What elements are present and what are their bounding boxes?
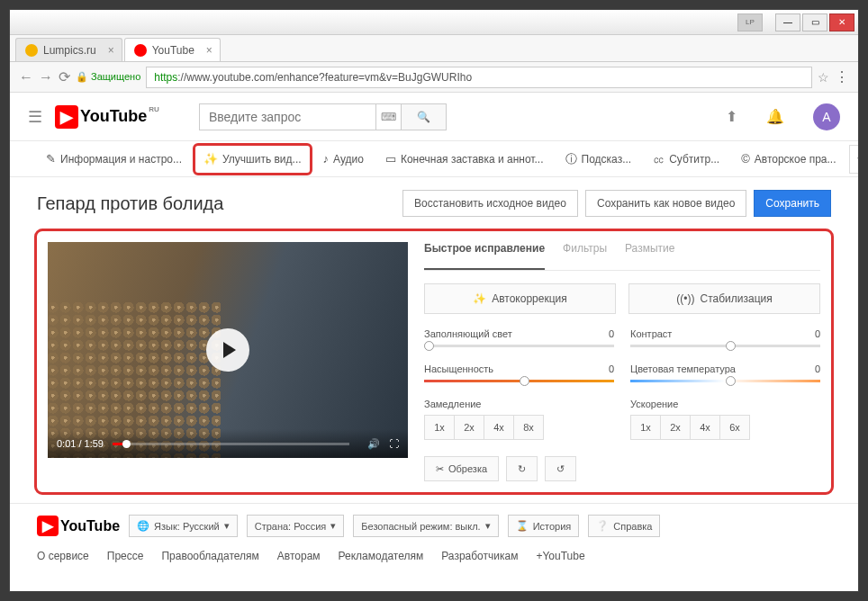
footer: ▶YouTube 🌐 Язык: Русский ▾ Страна: Росси… bbox=[10, 503, 858, 544]
progress-bar[interactable] bbox=[113, 443, 349, 445]
tab-info[interactable]: ✎Информация и настро... bbox=[37, 145, 191, 174]
logo-text: YouTube bbox=[60, 518, 120, 534]
wand-icon: ✨ bbox=[473, 292, 486, 305]
search-input[interactable] bbox=[199, 103, 376, 130]
speed-8x[interactable]: 8x bbox=[513, 415, 544, 440]
youtube-logo-footer[interactable]: ▶YouTube bbox=[37, 516, 120, 536]
speed-1x[interactable]: 1x bbox=[424, 415, 455, 440]
footer-link[interactable]: Прессе bbox=[107, 550, 144, 562]
volume-icon[interactable]: 🔊 bbox=[367, 438, 380, 450]
tab-endscreen[interactable]: ▭Конечная заставка и аннот... bbox=[376, 145, 553, 174]
tab-label: Аудио bbox=[333, 153, 364, 166]
slider-thumb[interactable] bbox=[726, 341, 736, 351]
footer-link[interactable]: +YouTube bbox=[536, 550, 584, 562]
address-bar: ← → ⟳ 🔒 Защищено https://www.youtube.com… bbox=[10, 62, 858, 93]
tab-subtitles[interactable]: ㏄Субтитр... bbox=[644, 145, 728, 174]
nav-forward-icon[interactable]: → bbox=[39, 69, 53, 85]
upload-icon[interactable]: ⬆ bbox=[726, 108, 737, 125]
slider-thumb[interactable] bbox=[424, 341, 434, 351]
slider-track[interactable] bbox=[424, 380, 614, 382]
logo-text: YouTube bbox=[80, 107, 147, 126]
window-titlebar: LP — ▭ ✕ bbox=[10, 10, 858, 35]
footer-link[interactable]: О сервисе bbox=[37, 550, 89, 562]
tab-quickfix[interactable]: Быстрое исправление bbox=[424, 242, 545, 270]
browser-tab-youtube[interactable]: YouTube× bbox=[124, 38, 221, 61]
autocorrect-button[interactable]: ✨Автокоррекция bbox=[424, 283, 616, 314]
slider-thumb[interactable] bbox=[520, 376, 529, 386]
youtube-logo[interactable]: ▶YouTubeRU bbox=[55, 105, 159, 129]
slider-track[interactable] bbox=[424, 345, 614, 347]
tab-enhance[interactable]: ✨Улучшить вид... bbox=[194, 145, 311, 174]
footer-link[interactable]: Авторам bbox=[277, 550, 321, 562]
rotate-cw-button[interactable]: ↻ bbox=[506, 456, 538, 481]
pencil-icon: ✎ bbox=[46, 152, 56, 166]
play-button[interactable] bbox=[206, 328, 249, 372]
speed-6x[interactable]: 6x bbox=[719, 415, 750, 440]
stabilize-button[interactable]: ((•))Стабилизация bbox=[628, 283, 820, 314]
url-rest: ://www.youtube.com/enhance?feature=vm&v=… bbox=[177, 71, 472, 84]
logo-region: RU bbox=[149, 105, 159, 113]
speed-1x[interactable]: 1x bbox=[630, 415, 661, 440]
button-label: Обрезка bbox=[448, 463, 487, 474]
menu-icon[interactable]: ⋮ bbox=[835, 68, 849, 85]
restore-button[interactable]: Восстановить исходное видео bbox=[402, 190, 578, 217]
slider-thumb[interactable] bbox=[726, 376, 736, 386]
history-button[interactable]: ⌛ История bbox=[508, 515, 580, 537]
speed-4x[interactable]: 4x bbox=[690, 415, 720, 440]
screen-icon: ▭ bbox=[385, 152, 396, 166]
speed-4x[interactable]: 4x bbox=[484, 415, 514, 440]
undo-button[interactable]: ↶ bbox=[849, 145, 858, 174]
country-button[interactable]: Страна: Россия ▾ bbox=[247, 515, 345, 537]
lock-icon: 🔒 Защищено bbox=[76, 71, 140, 83]
keyboard-icon[interactable]: ⌨ bbox=[376, 103, 402, 130]
scissors-icon: ✂ bbox=[436, 463, 444, 475]
slider-track[interactable] bbox=[630, 345, 820, 347]
bell-icon[interactable]: 🔔 bbox=[766, 108, 784, 125]
footer-link[interactable]: Разработчикам bbox=[441, 550, 518, 562]
window-minimize[interactable]: — bbox=[775, 13, 800, 31]
secure-label: Защищено bbox=[91, 71, 140, 82]
lang-button[interactable]: 🌐 Язык: Русский ▾ bbox=[129, 515, 238, 537]
favicon-icon bbox=[134, 44, 147, 57]
tab-label: Подсказ... bbox=[582, 153, 632, 166]
tab-label: Конечная заставка и аннот... bbox=[401, 153, 544, 166]
nav-back-icon[interactable]: ← bbox=[19, 69, 33, 85]
nav-reload-icon[interactable]: ⟳ bbox=[59, 68, 70, 85]
close-tab-icon[interactable]: × bbox=[206, 44, 212, 57]
tab-copyright[interactable]: ©Авторское пра... bbox=[732, 145, 845, 174]
save-as-button[interactable]: Сохранить как новое видео bbox=[585, 190, 746, 217]
video-player[interactable]: 0:01 / 1:59 🔊 ⛶ bbox=[48, 242, 408, 458]
tab-filters[interactable]: Фильтры bbox=[563, 242, 607, 270]
search-button[interactable]: 🔍 bbox=[402, 103, 447, 130]
lp-badge: LP bbox=[737, 13, 763, 31]
help-button[interactable]: ❔ Справка bbox=[588, 515, 660, 537]
safemode-button[interactable]: Безопасный режим: выкл. ▾ bbox=[353, 515, 498, 537]
footer-link[interactable]: Рекламодателям bbox=[339, 550, 424, 562]
save-button[interactable]: Сохранить bbox=[754, 190, 831, 217]
window-maximize[interactable]: ▭ bbox=[802, 13, 827, 31]
hamburger-icon[interactable]: ☰ bbox=[28, 107, 42, 127]
browser-tab-lumpics[interactable]: Lumpics.ru× bbox=[15, 38, 122, 61]
footer-links: О сервисе Прессе Правообладателям Автора… bbox=[10, 544, 858, 568]
tab-audio[interactable]: ♪Аудио bbox=[314, 145, 373, 174]
speed-2x[interactable]: 2x bbox=[454, 415, 484, 440]
footer-link[interactable]: Правообладателям bbox=[161, 550, 258, 562]
editor-panel: 0:01 / 1:59 🔊 ⛶ Быстрое исправление Филь… bbox=[37, 231, 831, 492]
search-bar: ⌨ 🔍 bbox=[199, 103, 447, 130]
speed-2x[interactable]: 2x bbox=[660, 415, 691, 440]
slider-track[interactable] bbox=[630, 380, 820, 382]
bookmark-icon[interactable]: ☆ bbox=[818, 70, 829, 85]
rotate-ccw-button[interactable]: ↺ bbox=[545, 456, 576, 481]
slowdown-group: Замедление1x2x4x8x bbox=[424, 399, 614, 440]
avatar[interactable]: A bbox=[813, 103, 840, 130]
copyright-icon: © bbox=[741, 152, 750, 166]
tab-blur[interactable]: Размытие bbox=[625, 242, 674, 270]
close-tab-icon[interactable]: × bbox=[108, 44, 114, 57]
url-field[interactable]: https://www.youtube.com/enhance?feature=… bbox=[146, 67, 812, 88]
note-icon: ♪ bbox=[323, 152, 330, 166]
trim-button[interactable]: ✂Обрезка bbox=[424, 456, 499, 481]
tab-cards[interactable]: ⓘПодсказ... bbox=[556, 145, 641, 174]
window-close[interactable]: ✕ bbox=[829, 13, 854, 31]
fullscreen-icon[interactable]: ⛶ bbox=[389, 438, 399, 449]
slider-fill-light: Заполняющий свет0 bbox=[424, 328, 614, 347]
